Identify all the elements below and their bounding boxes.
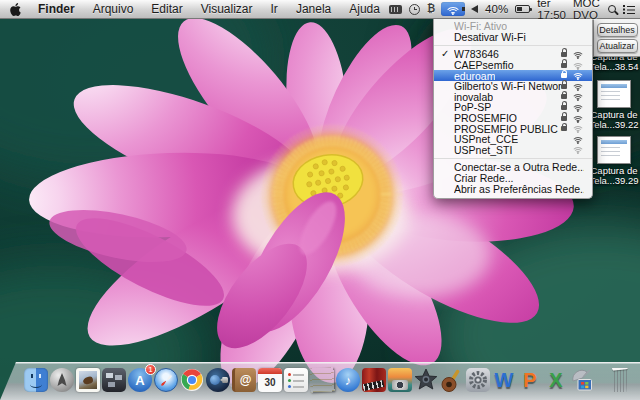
safari-icon — [154, 368, 178, 392]
battery-percent: 40% — [485, 3, 508, 15]
trash-icon — [608, 368, 632, 392]
idvd-icon — [362, 368, 386, 392]
apple-logo-icon — [10, 3, 21, 16]
dock: A 1 @ 30 ♪ — [0, 362, 640, 400]
dock-item-mission-control[interactable] — [102, 368, 126, 392]
screenshot-file-icon[interactable] — [597, 136, 631, 164]
bluetooth-icon[interactable]: ₿ — [427, 4, 435, 14]
menubar-clock[interactable]: ter 17:50 — [537, 0, 566, 21]
lock-icon — [561, 73, 567, 78]
menu-separator — [434, 45, 592, 46]
screenshot-file-icon[interactable] — [597, 80, 631, 108]
lock-icon — [561, 94, 567, 99]
checkmark-icon: ✓ — [441, 48, 449, 59]
dock-item-app-store[interactable]: A 1 — [128, 368, 152, 392]
launchpad-icon — [50, 368, 74, 392]
detalhes-button[interactable]: Detalhes — [597, 23, 638, 37]
wifi-signal-icon — [572, 82, 584, 91]
facetime-icon — [206, 368, 230, 392]
background-window-fragment: Detalhes Atualizar — [593, 19, 640, 57]
menu-ajuda[interactable]: Ajuda — [340, 0, 389, 18]
wifi-signal-icon — [572, 103, 584, 112]
menu-finder[interactable]: Finder — [29, 0, 84, 18]
powerpoint-icon: P — [518, 368, 542, 392]
wifi-signal-icon — [572, 124, 584, 133]
imovie-star-icon — [414, 368, 438, 392]
lock-icon — [561, 116, 567, 121]
dock-item-reminders[interactable] — [284, 368, 308, 392]
menu-separator — [434, 158, 592, 159]
chrome-icon — [180, 368, 204, 392]
lock-icon — [561, 84, 567, 89]
battery-icon[interactable] — [515, 5, 530, 13]
keyboard-input-icon[interactable] — [389, 5, 402, 14]
system-preferences-icon — [466, 368, 490, 392]
garageband-guitar-icon — [440, 368, 464, 392]
menu-editar[interactable]: Editar — [142, 0, 191, 18]
lock-icon — [561, 52, 567, 57]
wifi-dropdown-menu: Wi-Fi: Ativo Desativar Wi-Fi ✓ W783646 C… — [433, 19, 593, 199]
lock-icon — [561, 105, 567, 110]
stickies-icon — [309, 367, 334, 392]
excel-icon: X — [544, 368, 568, 392]
menu-arquivo[interactable]: Arquivo — [84, 0, 143, 18]
wifi-signal-icon — [572, 50, 584, 59]
dock-item-excel[interactable]: X — [544, 368, 568, 392]
atualizar-button[interactable]: Atualizar — [597, 39, 638, 53]
dock-item-trash[interactable] — [608, 368, 632, 392]
dock-item-stickies[interactable] — [310, 368, 334, 392]
dock-item-itunes[interactable]: ♪ — [336, 368, 360, 392]
spotlight-icon[interactable] — [608, 5, 616, 13]
dock-item-chrome[interactable] — [180, 368, 204, 392]
dock-item-system-preferences[interactable] — [466, 368, 490, 392]
lock-icon — [561, 63, 567, 68]
remote-desktop-icon — [570, 368, 594, 392]
mission-control-icon — [102, 368, 126, 392]
wifi-signal-icon — [572, 145, 584, 154]
dock-item-safari[interactable] — [154, 368, 178, 392]
dock-item-idvd[interactable] — [362, 368, 386, 392]
user-menu[interactable]: MOC DVO — [573, 0, 601, 21]
wifi-signal-icon — [572, 135, 584, 144]
menu-visualizar[interactable]: Visualizar — [192, 0, 262, 18]
wifi-signal-icon — [572, 114, 584, 123]
menu-bar: Finder Arquivo Editar Visualizar Ir Jane… — [0, 0, 640, 19]
menu-ir[interactable]: Ir — [262, 0, 287, 18]
wifi-signal-icon — [572, 61, 584, 70]
volume-icon[interactable] — [471, 5, 478, 13]
wifi-signal-icon — [572, 92, 584, 101]
calendar-icon: 30 — [258, 368, 282, 392]
dock-item-launchpad[interactable] — [50, 368, 74, 392]
dock-item-facetime[interactable] — [206, 368, 230, 392]
dock-item-iphoto[interactable] — [388, 368, 412, 392]
contacts-icon: @ — [232, 368, 256, 392]
dock-item-remote-desktop[interactable] — [570, 368, 594, 392]
dock-item-garageband[interactable] — [440, 368, 464, 392]
wifi-network-uspnet-sti[interactable]: USPnet_STI — [434, 145, 592, 156]
desktop: Captura de Tela...38.54 Captura de Tela.… — [0, 0, 640, 400]
itunes-icon: ♪ — [336, 368, 360, 392]
dock-item-word[interactable]: W — [492, 368, 516, 392]
dock-item-preview[interactable] — [76, 368, 100, 392]
time-machine-icon[interactable] — [409, 4, 420, 15]
wifi-turn-off-item[interactable]: Desativar Wi-Fi — [434, 32, 592, 43]
preview-icon — [76, 368, 100, 392]
wifi-open-preferences-item[interactable]: Abrir as Preferências Rede... — [434, 183, 592, 194]
dock-item-imovie[interactable] — [414, 368, 438, 392]
menu-janela[interactable]: Janela — [287, 0, 340, 18]
dock-item-powerpoint[interactable]: P — [518, 368, 542, 392]
apple-menu[interactable] — [0, 3, 29, 16]
lock-icon — [561, 126, 567, 131]
iphoto-icon — [388, 368, 412, 392]
notification-center-icon[interactable] — [623, 4, 635, 14]
finder-icon — [24, 368, 48, 392]
dock-item-calendar[interactable]: 30 — [258, 368, 282, 392]
dock-item-finder[interactable] — [24, 368, 48, 392]
wifi-signal-icon — [572, 71, 584, 80]
reminders-icon — [284, 368, 308, 392]
word-icon: W — [492, 368, 516, 392]
dock-item-contacts[interactable]: @ — [232, 368, 256, 392]
